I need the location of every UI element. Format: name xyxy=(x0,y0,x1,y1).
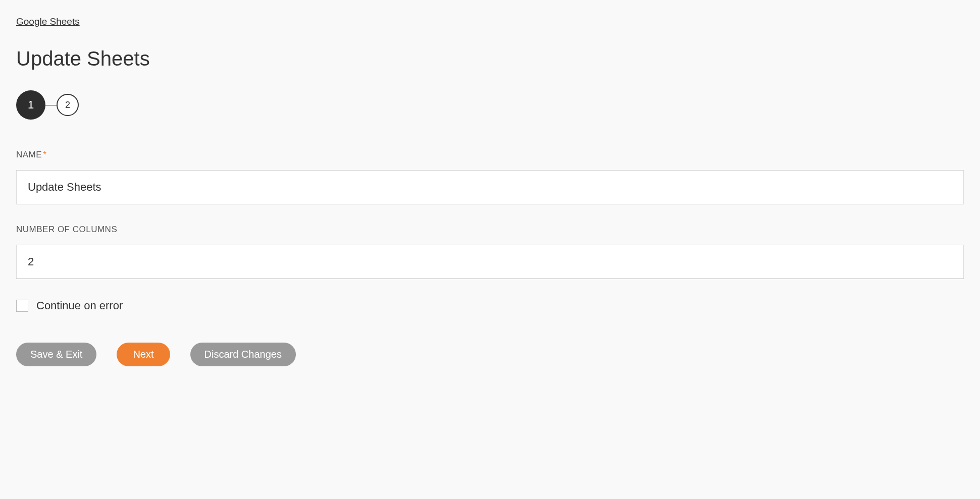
save-exit-button[interactable]: Save & Exit xyxy=(16,343,96,366)
name-input[interactable] xyxy=(16,170,964,204)
next-button[interactable]: Next xyxy=(117,343,170,366)
form-group-name: NAME* xyxy=(16,150,964,204)
name-label: NAME* xyxy=(16,150,964,160)
form-group-columns: NUMBER OF COLUMNS xyxy=(16,225,964,279)
discard-button[interactable]: Discard Changes xyxy=(190,343,296,366)
continue-on-error-label[interactable]: Continue on error xyxy=(36,299,123,312)
columns-input[interactable] xyxy=(16,245,964,279)
step-connector xyxy=(45,105,57,105)
columns-label: NUMBER OF COLUMNS xyxy=(16,225,964,235)
step-1[interactable]: 1 xyxy=(16,90,45,120)
step-2[interactable]: 2 xyxy=(57,94,79,116)
breadcrumb-link[interactable]: Google Sheets xyxy=(16,16,80,27)
checkbox-group-continue: Continue on error xyxy=(16,299,964,312)
continue-on-error-checkbox[interactable] xyxy=(16,300,28,312)
stepper: 1 2 xyxy=(16,90,964,120)
page-title: Update Sheets xyxy=(16,47,964,70)
name-label-text: NAME xyxy=(16,150,42,159)
required-asterisk-icon: * xyxy=(43,150,46,159)
button-row: Save & Exit Next Discard Changes xyxy=(16,343,964,366)
